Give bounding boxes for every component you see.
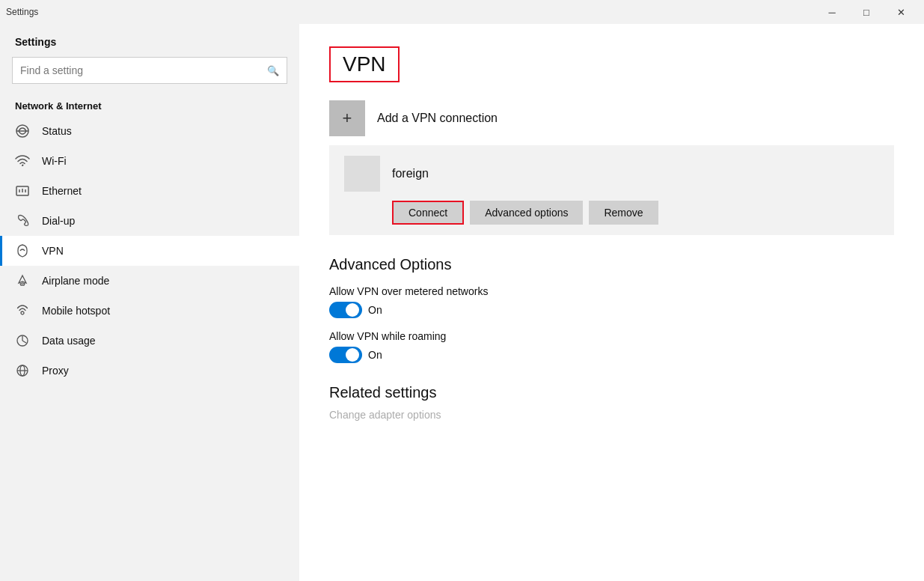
sidebar-item-datausage[interactable]: Data usage bbox=[0, 326, 299, 356]
toggle-roaming-label: Allow VPN while roaming bbox=[329, 330, 894, 342]
sidebar-item-dialup-label: Dial-up bbox=[42, 215, 75, 227]
hotspot-icon bbox=[15, 303, 30, 318]
toggle-metered-state: On bbox=[368, 304, 382, 316]
sidebar-item-datausage-label: Data usage bbox=[42, 335, 96, 347]
main-content: VPN + Add a VPN connection foreign Conne… bbox=[299, 24, 924, 581]
sidebar-item-proxy[interactable]: Proxy bbox=[0, 356, 299, 386]
close-button[interactable]: ✕ bbox=[884, 0, 918, 24]
sidebar-item-ethernet[interactable]: Ethernet bbox=[0, 176, 299, 206]
sidebar-item-vpn-label: VPN bbox=[42, 245, 64, 257]
wifi-icon bbox=[15, 153, 30, 168]
vpn-icon bbox=[15, 243, 30, 258]
change-adapter-link[interactable]: Change adapter options bbox=[329, 409, 894, 421]
sidebar-item-vpn[interactable]: VPN bbox=[0, 236, 299, 266]
window-controls: ─ □ ✕ bbox=[815, 0, 918, 24]
toggle-metered-row: Allow VPN over metered networks On bbox=[329, 285, 894, 318]
airplane-icon bbox=[15, 273, 30, 288]
vpn-buttons: Connect Advanced options Remove bbox=[392, 201, 879, 225]
search-input[interactable] bbox=[20, 64, 267, 76]
sidebar-app-title: Settings bbox=[0, 24, 299, 54]
plus-icon: + bbox=[343, 109, 352, 128]
toggle-metered[interactable] bbox=[329, 302, 362, 318]
app-title: Settings bbox=[6, 7, 38, 17]
related-settings-title: Related settings bbox=[329, 384, 894, 401]
connect-button[interactable]: Connect bbox=[392, 201, 464, 225]
vpn-name-row: foreign bbox=[344, 156, 879, 192]
section-label: Network & Internet bbox=[0, 93, 299, 116]
sidebar-item-wifi[interactable]: Wi-Fi bbox=[0, 146, 299, 176]
datausage-icon bbox=[15, 333, 30, 348]
add-vpn-label: Add a VPN connection bbox=[377, 112, 498, 125]
sidebar-item-dialup[interactable]: Dial-up bbox=[0, 206, 299, 236]
proxy-icon bbox=[15, 363, 30, 378]
toggle-roaming-container: On bbox=[329, 347, 894, 363]
search-icon: 🔍 bbox=[267, 65, 279, 76]
sidebar-item-wifi-label: Wi-Fi bbox=[42, 155, 67, 167]
sidebar-item-airplane-label: Airplane mode bbox=[42, 275, 109, 287]
remove-button[interactable]: Remove bbox=[589, 201, 658, 225]
status-icon bbox=[15, 124, 30, 139]
title-bar: Settings ─ □ ✕ bbox=[0, 0, 924, 24]
sidebar-item-proxy-label: Proxy bbox=[42, 365, 69, 377]
vpn-entry-icon bbox=[344, 156, 380, 192]
search-box[interactable]: 🔍 bbox=[12, 57, 287, 84]
page-title-box: VPN bbox=[329, 46, 400, 82]
svg-point-6 bbox=[21, 311, 24, 314]
toggle-roaming[interactable] bbox=[329, 347, 362, 363]
vpn-entry: foreign Connect Advanced options Remove bbox=[329, 145, 894, 235]
sidebar-item-status-label: Status bbox=[42, 125, 72, 137]
page-title: VPN bbox=[343, 52, 386, 76]
toggle-metered-container: On bbox=[329, 302, 894, 318]
sidebar-item-hotspot-label: Mobile hotspot bbox=[42, 305, 110, 317]
add-vpn-row[interactable]: + Add a VPN connection bbox=[329, 100, 894, 136]
vpn-entry-name: foreign bbox=[392, 167, 429, 180]
sidebar: Settings 🔍 Network & Internet Status bbox=[0, 24, 299, 581]
advanced-options-title: Advanced Options bbox=[329, 256, 894, 273]
ethernet-icon bbox=[15, 183, 30, 198]
advanced-options-button[interactable]: Advanced options bbox=[470, 201, 583, 225]
add-vpn-icon[interactable]: + bbox=[329, 100, 365, 136]
sidebar-item-airplane[interactable]: Airplane mode bbox=[0, 266, 299, 296]
sidebar-item-status[interactable]: Status bbox=[0, 116, 299, 146]
minimize-button[interactable]: ─ bbox=[815, 0, 849, 24]
toggle-roaming-row: Allow VPN while roaming On bbox=[329, 330, 894, 363]
app-body: Settings 🔍 Network & Internet Status bbox=[0, 24, 924, 581]
sidebar-item-ethernet-label: Ethernet bbox=[42, 185, 82, 197]
toggle-roaming-state: On bbox=[368, 349, 382, 361]
maximize-button[interactable]: □ bbox=[849, 0, 884, 24]
toggle-metered-label: Allow VPN over metered networks bbox=[329, 285, 894, 297]
sidebar-item-hotspot[interactable]: Mobile hotspot bbox=[0, 296, 299, 326]
dialup-icon bbox=[15, 213, 30, 228]
